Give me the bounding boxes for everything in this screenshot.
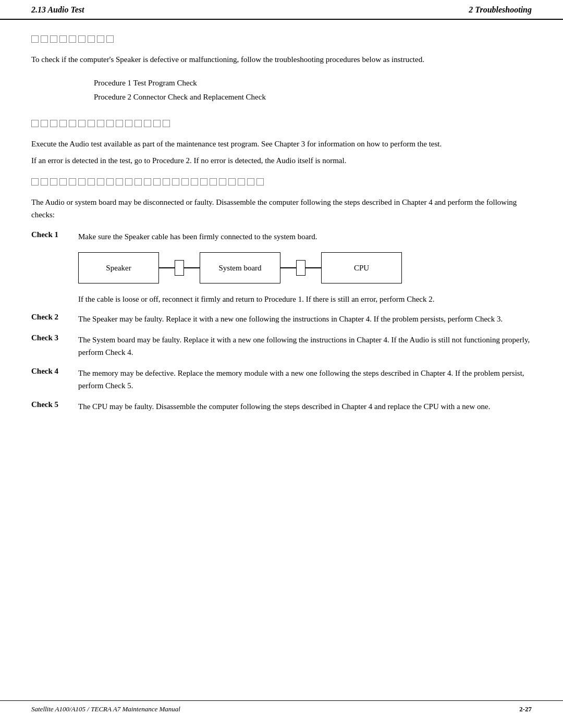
title-box bbox=[88, 35, 95, 43]
title-box bbox=[59, 35, 67, 43]
header-right: 2 Troubleshooting bbox=[469, 5, 532, 15]
title-box bbox=[69, 35, 76, 43]
title-box bbox=[41, 120, 48, 127]
title-box bbox=[106, 120, 114, 127]
title-box bbox=[50, 35, 57, 43]
title-box bbox=[88, 120, 95, 127]
title-box bbox=[191, 178, 198, 186]
title-box bbox=[97, 120, 104, 127]
check5-text: The CPU may be faulty. Disassemble the c… bbox=[78, 400, 532, 413]
title-box bbox=[50, 178, 57, 186]
title-box bbox=[219, 178, 226, 186]
check1-item: Check 1 Make sure the Speaker cable has … bbox=[31, 230, 532, 243]
check4-text: The memory may be defective. Replace the… bbox=[78, 367, 532, 392]
title-box bbox=[238, 178, 245, 186]
connector-box bbox=[175, 260, 184, 276]
system-diagram: Speaker System board bbox=[78, 252, 532, 283]
section2-body1: Execute the Audio test available as part… bbox=[31, 138, 532, 150]
title-box bbox=[41, 178, 48, 186]
title-box bbox=[88, 178, 95, 186]
connector-line bbox=[159, 267, 175, 268]
section1-intro: To check if the computer's Speaker is de… bbox=[31, 53, 532, 66]
title-box bbox=[125, 120, 132, 127]
title-box bbox=[69, 178, 76, 186]
page-container: 2.13 Audio Test 2 Troubleshooting To che… bbox=[0, 0, 563, 728]
title-box bbox=[172, 178, 179, 186]
procedure-1: Procedure 1 Test Program Check bbox=[94, 76, 532, 90]
title-box bbox=[134, 178, 142, 186]
title-box bbox=[163, 178, 170, 186]
procedure-2: Procedure 2 Connector Check and Replacem… bbox=[94, 90, 532, 104]
title-box bbox=[78, 35, 85, 43]
title-box bbox=[31, 35, 39, 43]
diagram-speaker-label: Speaker bbox=[106, 264, 131, 273]
check1-text: Make sure the Speaker cable has been fir… bbox=[78, 230, 532, 243]
footer-left: Satellite A100/A105 / TECRA A7 Maintenan… bbox=[31, 705, 180, 713]
check1-sub-body: If the cable is loose or off, reconnect … bbox=[78, 295, 434, 303]
check3-text: The System board may be faulty. Replace … bbox=[78, 334, 532, 359]
section1-title bbox=[31, 35, 532, 43]
connector2 bbox=[280, 260, 321, 276]
title-box bbox=[78, 120, 85, 127]
title-box bbox=[163, 120, 170, 127]
connector-line bbox=[184, 267, 200, 268]
title-box bbox=[59, 120, 67, 127]
section2-body2: If an error is detected in the test, go … bbox=[31, 154, 532, 167]
page-header: 2.13 Audio Test 2 Troubleshooting bbox=[0, 0, 563, 20]
check4-label: Check 4 bbox=[31, 367, 78, 376]
title-box bbox=[153, 178, 161, 186]
title-box bbox=[41, 35, 48, 43]
check1-label: Check 1 bbox=[31, 230, 78, 239]
connector-line bbox=[280, 267, 296, 268]
title-box bbox=[97, 178, 104, 186]
title-box bbox=[228, 178, 236, 186]
title-box bbox=[125, 178, 132, 186]
section2-title bbox=[31, 120, 532, 127]
section3-intro: The Audio or system board may be disconn… bbox=[31, 196, 532, 221]
title-box bbox=[31, 178, 39, 186]
title-box bbox=[78, 178, 85, 186]
title-box bbox=[210, 178, 217, 186]
title-box bbox=[144, 178, 151, 186]
title-box bbox=[134, 120, 142, 127]
connector-line bbox=[305, 267, 321, 268]
diagram-cpu-label: CPU bbox=[354, 264, 369, 273]
title-box bbox=[256, 178, 264, 186]
title-box bbox=[116, 178, 123, 186]
procedures-list: Procedure 1 Test Program Check Procedure… bbox=[94, 76, 532, 104]
title-box bbox=[144, 120, 151, 127]
title-box bbox=[247, 178, 254, 186]
check3-label: Check 3 bbox=[31, 334, 78, 342]
check2-text: The Speaker may be faulty. Replace it wi… bbox=[78, 313, 532, 325]
check2-label: Check 2 bbox=[31, 313, 78, 322]
title-box bbox=[181, 178, 189, 186]
page-footer: Satellite A100/A105 / TECRA A7 Maintenan… bbox=[0, 700, 563, 718]
title-box bbox=[200, 178, 207, 186]
title-box bbox=[106, 178, 114, 186]
check3-item: Check 3 The System board may be faulty. … bbox=[31, 334, 532, 359]
connector-box bbox=[296, 260, 305, 276]
page-content: To check if the computer's Speaker is de… bbox=[0, 35, 563, 413]
connector1 bbox=[159, 260, 200, 276]
check5-label: Check 5 bbox=[31, 400, 78, 409]
title-box bbox=[116, 120, 123, 127]
title-box bbox=[97, 35, 104, 43]
footer-right: 2-27 bbox=[519, 705, 532, 713]
title-box bbox=[31, 120, 39, 127]
diagram-systemboard-box: System board bbox=[200, 252, 280, 283]
title-box bbox=[69, 120, 76, 127]
header-left: 2.13 Audio Test bbox=[31, 5, 84, 15]
check5-item: Check 5 The CPU may be faulty. Disassemb… bbox=[31, 400, 532, 413]
check1-sub-text: If the cable is loose or off, reconnect … bbox=[78, 293, 532, 305]
diagram-speaker-box: Speaker bbox=[78, 252, 159, 283]
diagram-cpu-box: CPU bbox=[321, 252, 402, 283]
title-box bbox=[153, 120, 161, 127]
title-box bbox=[50, 120, 57, 127]
check2-item: Check 2 The Speaker may be faulty. Repla… bbox=[31, 313, 532, 325]
diagram-systemboard-label: System board bbox=[218, 264, 261, 273]
title-box bbox=[59, 178, 67, 186]
title-box bbox=[106, 35, 114, 43]
section3-title bbox=[31, 178, 532, 186]
check4-item: Check 4 The memory may be defective. Rep… bbox=[31, 367, 532, 392]
